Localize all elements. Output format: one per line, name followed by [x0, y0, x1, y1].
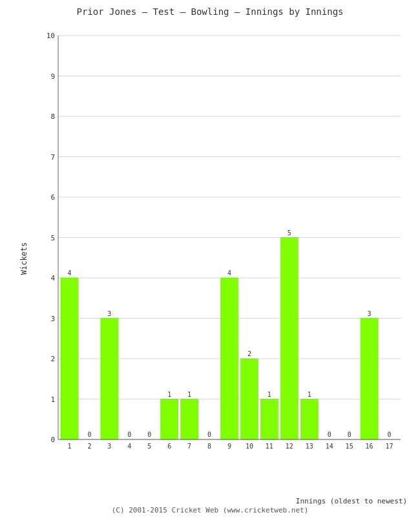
svg-text:2: 2	[247, 350, 251, 357]
svg-rect-38	[181, 399, 198, 440]
svg-text:2: 2	[50, 355, 55, 363]
svg-text:12: 12	[286, 443, 293, 450]
svg-text:0: 0	[87, 431, 91, 438]
chart-container: Prior Jones – Test – Bowling – Innings b…	[0, 0, 420, 517]
svg-text:4: 4	[127, 443, 131, 450]
svg-text:7: 7	[50, 153, 55, 162]
svg-text:0: 0	[127, 431, 131, 438]
svg-text:1: 1	[187, 391, 191, 398]
svg-text:14: 14	[326, 443, 333, 450]
svg-rect-28	[101, 319, 118, 440]
svg-rect-23	[61, 278, 78, 439]
svg-text:2: 2	[87, 443, 91, 450]
svg-text:17: 17	[386, 443, 394, 450]
chart-title: Prior Jones – Test – Bowling – Innings b…	[0, 0, 420, 20]
svg-text:3: 3	[107, 310, 111, 317]
svg-text:16: 16	[366, 443, 373, 450]
svg-text:5: 5	[50, 234, 55, 242]
svg-text:5: 5	[288, 229, 291, 237]
svg-text:1: 1	[268, 391, 271, 398]
svg-text:0: 0	[147, 431, 151, 438]
svg-text:6: 6	[167, 443, 171, 450]
svg-text:15: 15	[346, 443, 353, 450]
svg-text:9: 9	[50, 72, 55, 81]
svg-text:3: 3	[368, 310, 372, 317]
x-axis-label: Innings (oldest to newest)	[36, 497, 407, 505]
svg-text:10: 10	[246, 443, 253, 450]
svg-text:3: 3	[107, 443, 111, 450]
svg-text:0: 0	[328, 431, 331, 438]
svg-rect-43	[221, 278, 238, 439]
y-axis-label: Wickets	[19, 242, 28, 275]
chart-area: 0123456789104102330405161708492101115121…	[36, 26, 407, 465]
svg-text:0: 0	[50, 436, 55, 444]
svg-text:4: 4	[50, 274, 55, 282]
copyright: (C) 2001-2015 Cricket Web (www.cricketwe…	[0, 506, 420, 514]
svg-text:3: 3	[50, 315, 55, 323]
svg-rect-49	[260, 399, 278, 440]
svg-text:11: 11	[266, 443, 273, 450]
svg-rect-46	[240, 359, 258, 439]
svg-text:7: 7	[187, 443, 191, 450]
svg-text:1: 1	[308, 391, 311, 398]
svg-rect-35	[161, 399, 178, 440]
svg-text:0: 0	[388, 431, 392, 438]
svg-text:13: 13	[306, 443, 313, 450]
svg-text:1: 1	[50, 396, 55, 404]
svg-text:5: 5	[147, 443, 151, 450]
svg-text:8: 8	[207, 443, 211, 450]
svg-text:8: 8	[50, 112, 55, 121]
svg-rect-55	[300, 399, 318, 440]
svg-rect-52	[280, 238, 298, 440]
svg-text:1: 1	[67, 443, 71, 450]
svg-text:6: 6	[50, 193, 55, 202]
svg-text:1: 1	[167, 391, 171, 398]
svg-text:10: 10	[47, 32, 55, 40]
svg-text:4: 4	[227, 269, 231, 277]
svg-text:4: 4	[67, 269, 71, 277]
svg-text:9: 9	[227, 443, 231, 450]
svg-text:0: 0	[207, 431, 211, 438]
svg-text:0: 0	[348, 431, 352, 438]
chart-svg: 0123456789104102330405161708492101115121…	[36, 26, 407, 465]
svg-rect-62	[361, 319, 378, 440]
